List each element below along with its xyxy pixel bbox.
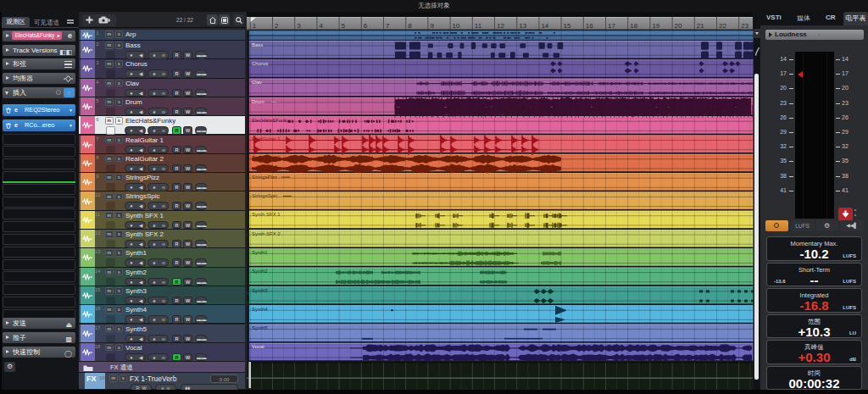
svg-text:Synth5: Synth5 (252, 325, 268, 330)
svg-text:Synth4: Synth4 (252, 307, 268, 312)
svg-text:Synth SFX 1: Synth SFX 1 (252, 212, 281, 217)
svg-text:StringsSpic: StringsSpic (252, 193, 277, 198)
svg-text:8: 8 (408, 22, 412, 30)
svg-text:5: 5 (342, 22, 346, 30)
svg-text:6: 6 (364, 22, 368, 30)
svg-text:17: 17 (608, 22, 615, 30)
svg-text:—: — (271, 99, 276, 104)
svg-text:Drum: Drum (252, 99, 264, 104)
svg-text:RealGuitar 1: RealGuitar 1 (252, 136, 281, 142)
svg-text:Synth3: Synth3 (252, 288, 268, 293)
svg-text:Bass: Bass (252, 42, 263, 47)
svg-text:RealGuitar 2: RealGuitar 2 (252, 155, 281, 160)
svg-text:15: 15 (564, 22, 571, 30)
svg-text:2: 2 (275, 22, 279, 30)
svg-text:10: 10 (453, 22, 460, 30)
svg-text:Synth1: Synth1 (252, 250, 268, 255)
svg-text:19: 19 (652, 22, 659, 30)
svg-text:Vocal: Vocal (252, 344, 264, 349)
svg-text:3: 3 (297, 22, 301, 30)
svg-text:Synth2: Synth2 (252, 269, 268, 274)
svg-text:18: 18 (630, 22, 637, 30)
svg-text:14: 14 (541, 22, 548, 30)
svg-text:Clav: Clav (252, 80, 262, 85)
svg-text:11: 11 (475, 22, 482, 30)
svg-text:4: 4 (319, 22, 323, 30)
svg-text:12: 12 (497, 22, 504, 30)
svg-text:22: 22 (719, 22, 726, 30)
svg-text:StringsPizz: StringsPizz (252, 175, 277, 180)
svg-text:Synth SFX 2: Synth SFX 2 (252, 231, 281, 236)
svg-text:ElecHats&Funky: ElecHats&Funky (252, 118, 289, 123)
svg-text:7: 7 (386, 22, 390, 30)
svg-text:23: 23 (741, 22, 748, 30)
svg-text:9: 9 (430, 22, 434, 30)
svg-text:21: 21 (697, 22, 704, 30)
svg-text:1: 1 (253, 22, 257, 30)
svg-text:20: 20 (675, 22, 682, 30)
svg-text:13: 13 (519, 22, 526, 30)
svg-text:Chorus: Chorus (252, 61, 268, 66)
svg-text:16: 16 (586, 22, 593, 30)
